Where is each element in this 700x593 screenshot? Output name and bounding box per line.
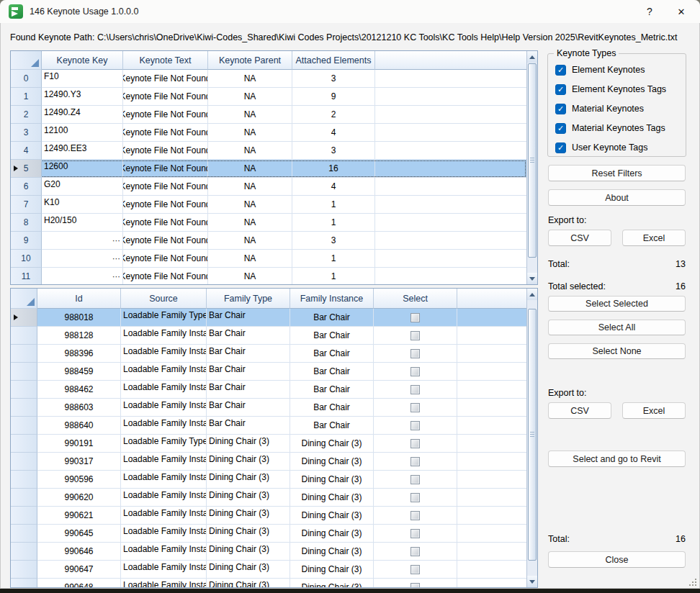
family-instance-cell[interactable]: Bar Chair xyxy=(290,345,374,363)
keynote-type-option[interactable]: ✓Element Keynotes Tags xyxy=(555,83,666,95)
export-csv-button-top[interactable]: CSV xyxy=(548,230,611,246)
keynote-parent-cell[interactable]: NA xyxy=(208,250,292,268)
row-header[interactable] xyxy=(11,435,37,453)
attached-elements-cell[interactable]: 16 xyxy=(292,160,375,178)
family-instance-cell[interactable]: Bar Chair xyxy=(290,363,374,381)
checkbox-checked-icon[interactable]: ✓ xyxy=(555,84,566,95)
id-cell[interactable]: 990191 xyxy=(37,435,121,453)
source-cell[interactable]: Loadable Family Insta... xyxy=(121,381,207,399)
row-header[interactable]: 2 xyxy=(11,106,42,124)
row-select-checkbox[interactable] xyxy=(410,349,420,358)
select-cell[interactable] xyxy=(374,579,457,587)
attached-elements-cell[interactable]: 2 xyxy=(292,106,375,124)
keynote-key-cell[interactable]: 12490.Z4 xyxy=(42,106,123,124)
row-header[interactable] xyxy=(11,507,37,525)
scroll-down-button[interactable] xyxy=(527,576,537,587)
row-select-checkbox[interactable] xyxy=(410,511,420,520)
table-row[interactable]: 7K10Keynote File Not FoundNA1 xyxy=(11,196,526,214)
family-instance-cell[interactable]: Bar Chair xyxy=(290,399,374,417)
family-type-cell[interactable]: Dining Chair (3) xyxy=(207,435,290,453)
checkbox-checked-icon[interactable]: ✓ xyxy=(555,142,566,153)
family-type-cell[interactable]: Bar Chair xyxy=(207,399,290,417)
keynote-parent-cell[interactable]: NA xyxy=(208,88,292,106)
table-row[interactable]: 990647Loadable Family Insta...Dining Cha… xyxy=(11,561,526,579)
keynote-text-cell[interactable]: Keynote File Not Found xyxy=(123,268,208,284)
keynote-text-cell[interactable]: Keynote File Not Found xyxy=(123,214,208,232)
row-header[interactable] xyxy=(11,309,37,327)
checkbox-checked-icon[interactable]: ✓ xyxy=(555,104,566,114)
keynote-key-cell[interactable]: ⋯ xyxy=(42,250,123,268)
family-instance-cell[interactable]: Bar Chair xyxy=(290,417,374,435)
source-cell[interactable]: Loadable Family Insta... xyxy=(121,489,207,507)
row-select-checkbox[interactable] xyxy=(410,565,420,574)
row-select-checkbox[interactable] xyxy=(410,439,420,448)
id-cell[interactable]: 988128 xyxy=(37,327,121,345)
family-type-cell[interactable]: Dining Chair (3) xyxy=(207,507,290,525)
id-cell[interactable]: 988459 xyxy=(37,363,121,381)
keynote-key-cell[interactable]: 12100 xyxy=(42,124,123,142)
scroll-up-button[interactable] xyxy=(527,51,537,63)
select-cell[interactable] xyxy=(374,363,457,381)
family-instance-cell[interactable]: Dining Chair (3) xyxy=(290,453,374,471)
id-cell[interactable]: 990621 xyxy=(37,507,121,525)
help-button[interactable]: ? xyxy=(634,0,665,23)
row-select-checkbox[interactable] xyxy=(410,385,420,394)
row-select-checkbox[interactable] xyxy=(410,331,420,340)
select-cell[interactable] xyxy=(374,417,457,435)
family-type-cell[interactable]: Bar Chair xyxy=(207,327,290,345)
attached-elements-cell[interactable]: 3 xyxy=(292,232,375,250)
select-all-button[interactable]: Select All xyxy=(548,320,686,335)
elements-table-scrollbar[interactable] xyxy=(526,289,537,587)
select-cell[interactable] xyxy=(374,399,457,417)
family-instance-cell[interactable]: Dining Chair (3) xyxy=(290,561,374,579)
table-row[interactable]: 8H20/150Keynote File Not FoundNA1 xyxy=(11,214,526,232)
family-type-cell[interactable]: Dining Chair (3) xyxy=(207,579,290,587)
table-row[interactable]: 988459Loadable Family Insta...Bar ChairB… xyxy=(11,363,526,381)
row-select-checkbox[interactable] xyxy=(410,529,420,538)
family-instance-cell[interactable]: Dining Chair (3) xyxy=(290,471,374,489)
keynote-parent-cell[interactable]: NA xyxy=(208,196,292,214)
column-header[interactable]: Attached Elements xyxy=(292,51,375,70)
checkbox-checked-icon[interactable]: ✓ xyxy=(555,123,566,134)
table-row[interactable]: 990645Loadable Family Insta...Dining Cha… xyxy=(11,525,526,543)
keynote-key-cell[interactable]: H20/150 xyxy=(42,214,123,232)
source-cell[interactable]: Loadable Family Insta... xyxy=(121,417,207,435)
id-cell[interactable]: 988396 xyxy=(37,345,121,363)
row-select-checkbox[interactable] xyxy=(410,367,420,376)
column-header[interactable]: Family Type xyxy=(207,289,290,309)
select-cell[interactable] xyxy=(374,435,457,453)
attached-elements-cell[interactable]: 3 xyxy=(292,142,375,160)
keynote-text-cell[interactable]: Keynote File Not Found xyxy=(123,124,208,142)
table-row[interactable]: 990596Loadable Family Insta...Dining Cha… xyxy=(11,471,526,489)
row-header[interactable]: 11 xyxy=(11,268,42,284)
id-cell[interactable]: 988640 xyxy=(37,417,121,435)
table-row[interactable]: 212490.Z4Keynote File Not FoundNA2 xyxy=(11,106,526,124)
family-type-cell[interactable]: Bar Chair xyxy=(207,363,290,381)
select-cell[interactable] xyxy=(374,525,457,543)
keynote-type-option[interactable]: ✓Material Keynotes Tags xyxy=(555,122,665,134)
family-type-cell[interactable]: Bar Chair xyxy=(207,345,290,363)
family-type-cell[interactable]: Bar Chair xyxy=(207,309,290,327)
column-header[interactable]: Keynote Text xyxy=(123,51,208,70)
row-header[interactable] xyxy=(11,381,37,399)
keynote-key-cell[interactable]: K10 xyxy=(42,196,123,214)
table-row[interactable]: 990646Loadable Family Insta...Dining Cha… xyxy=(11,543,526,561)
export-excel-button-top[interactable]: Excel xyxy=(622,230,686,246)
table-row[interactable]: 412490.EE3Keynote File Not FoundNA3 xyxy=(11,142,526,160)
checkbox-checked-icon[interactable]: ✓ xyxy=(555,65,566,76)
attached-elements-cell[interactable]: 1 xyxy=(292,196,375,214)
table-row[interactable]: 990648Loadable Family Insta...Dining Cha… xyxy=(11,579,526,587)
attached-elements-cell[interactable]: 1 xyxy=(292,250,375,268)
row-select-checkbox[interactable] xyxy=(410,475,420,484)
id-cell[interactable]: 988018 xyxy=(37,309,121,327)
row-header[interactable] xyxy=(11,543,37,561)
keynote-parent-cell[interactable]: NA xyxy=(208,70,292,88)
id-cell[interactable]: 990645 xyxy=(37,525,121,543)
table-row[interactable]: 990620Loadable Family Insta...Dining Cha… xyxy=(11,489,526,507)
keynote-table-scrollbar[interactable] xyxy=(526,51,537,284)
family-instance-cell[interactable]: Dining Chair (3) xyxy=(290,579,374,587)
family-type-cell[interactable]: Dining Chair (3) xyxy=(207,525,290,543)
select-cell[interactable] xyxy=(374,345,457,363)
export-csv-button-bottom[interactable]: CSV xyxy=(548,402,611,419)
row-header[interactable] xyxy=(11,327,37,345)
